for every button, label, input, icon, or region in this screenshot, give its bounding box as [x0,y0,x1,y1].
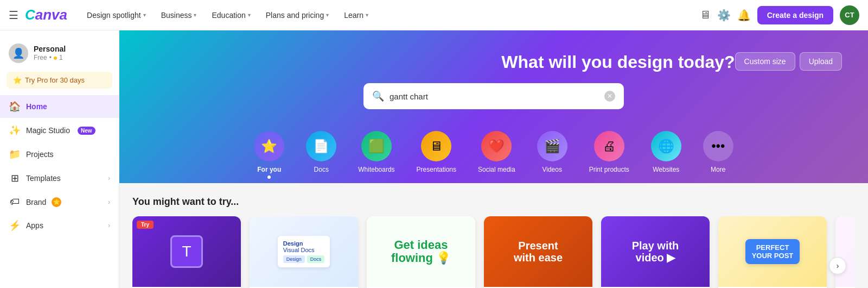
sidebar-user-sub: Free • 1 [34,54,66,62]
suggestion-card-poster_18__24_in_portrait[interactable]: ATTRACTMOREATTENTION🌸 Poster (18 × 24 in… [835,216,855,288]
docs-circle-icon: 📄 [306,131,336,161]
suggestion-card-play_with_canva[interactable]: T Try Play with Canva [132,216,241,288]
canva-logo[interactable]: Canva [25,7,67,23]
user-avatar[interactable]: CT [840,5,859,25]
hero-search-wrap: 🔍 ✕ [145,83,842,109]
magic-studio-icon: ✨ [9,124,21,136]
social-media-circle-icon: ❤️ [481,131,512,161]
topnav-item-plans-and-pricing[interactable]: Plans and pricing▾ [259,8,335,23]
chevron-down-icon: ▾ [194,12,196,18]
templates-icon: ⊞ [9,172,21,184]
sidebar-user-info: Personal Free • 1 [34,44,66,62]
hero-icon-presentations[interactable]: 🖥 Presentations [412,127,461,183]
suggestion-card-video[interactable]: Play withvideo ▶ Video [601,216,710,288]
create-design-button[interactable]: Create a design [757,6,833,24]
upload-button[interactable]: Upload [800,52,842,71]
topnav-item-design-spotlight[interactable]: Design spotlight▾ [80,8,152,23]
hero-actions: Custom size Upload [735,52,842,71]
brand-icon: 🏷 [9,196,21,208]
print-products-circle-icon: 🖨 [594,131,624,161]
suggestion-card-doc[interactable]: DesignVisual DocsDesignDocs Doc [250,216,358,288]
card-image: Play withvideo ▶ [601,216,710,287]
whiteboards-circle-icon: 🟩 [361,131,392,161]
nav-label: Business [161,11,192,20]
chevron-down-icon: ▾ [248,12,251,18]
hero-icon-for-you[interactable]: ⭐ For you [250,127,289,183]
social-media-label: Social media [478,166,515,173]
hero-top: What will you design today? Custom size … [145,52,842,83]
suggestion-card-instagram_post_square[interactable]: PERFECTYOUR POST Instagram Post (Square) [718,216,827,288]
suggestions-title: You might want to try... [132,196,855,208]
hero-icon-videos[interactable]: 🎬 Videos [533,127,572,183]
try-pro-label: Try Pro for 30 days [25,76,85,84]
sidebar-item-templates[interactable]: ⊞ Templates› [0,167,119,190]
topnav-item-learn[interactable]: Learn▾ [337,8,375,23]
topnav-right: 🖥 ⚙️ 🔔 Create a design CT [700,5,859,25]
sidebar-item-label: Templates [26,174,61,183]
sidebar-item-apps[interactable]: ⚡ Apps› [0,214,119,237]
nav-label: Education [212,11,245,20]
suggestion-card-whiteboard[interactable]: Get ideasflowing 💡 Whiteboard [367,216,475,288]
sidebar-item-brand[interactable]: 🏷 Brand⭐› [0,191,119,213]
more-label: More [711,166,725,173]
docs-label: Docs [314,166,329,173]
hero-icon-more[interactable]: ••• More [699,127,738,183]
presentations-circle-icon: 🖥 [421,131,451,161]
hero-category-icons: ⭐ For you 📄 Docs 🟩 Whiteboards 🖥 Present… [145,127,842,183]
search-input[interactable] [390,92,599,101]
sidebar-user-name: Personal [34,44,66,54]
topnav-item-business[interactable]: Business▾ [155,8,203,23]
hero-icon-print-products[interactable]: 🖨 Print products [585,127,634,183]
nav-label: Learn [344,11,363,20]
hero-icon-social-media[interactable]: ❤️ Social media [474,127,520,183]
card-image: Get ideasflowing 💡 [367,216,475,287]
custom-size-button[interactable]: Custom size [735,52,795,71]
card-image: DesignVisual DocsDesignDocs [250,216,358,287]
hero-title: What will you design today? [501,52,735,72]
sidebar-item-magic-studio[interactable]: ✨ Magic StudioNew [0,119,119,142]
videos-circle-icon: 🎬 [537,131,567,161]
suggestions-section: You might want to try... T Try Play with… [119,183,868,288]
videos-label: Videos [542,166,561,173]
topnav-item-education[interactable]: Education▾ [205,8,257,23]
suggestions-scroll: T Try Play with Canva DesignVisual DocsD… [132,216,855,288]
sidebar-nav: 🏠 Home✨ Magic StudioNew📁 Projects⊞ Templ… [0,95,119,237]
settings-icon[interactable]: ⚙️ [717,9,731,22]
scroll-right-button[interactable]: › [829,257,846,274]
notification-icon[interactable]: 🔔 [737,9,751,22]
suggestion-card-presentation_169[interactable]: Presentwith ease Presentation (16:9) [484,216,592,288]
more-circle-icon: ••• [703,131,733,161]
hero-icon-docs[interactable]: 📄 Docs [302,127,341,183]
sidebar-user-count: 1 [59,54,63,62]
monitor-icon[interactable]: 🖥 [700,9,711,21]
chevron-down-icon: ▾ [366,12,368,18]
sidebar-user-avatar: 👤 [9,43,28,63]
hero-search-bar: 🔍 ✕ [363,83,624,109]
sidebar-item-home[interactable]: 🏠 Home [0,95,119,118]
hamburger-icon[interactable]: ☰ [9,9,18,22]
search-icon: 🔍 [372,90,384,102]
sidebar-item-projects[interactable]: 📁 Projects [0,143,119,166]
whiteboards-label: Whiteboards [358,166,394,173]
presentations-label: Presentations [417,166,456,173]
home-icon: 🏠 [9,101,21,112]
print-products-label: Print products [589,166,629,173]
card-image: T Try [132,216,241,287]
user-dot-icon [54,57,57,60]
sidebar: 👤 Personal Free • 1 ⭐ Try Pro for 30 day… [0,30,119,288]
for-you-label: For you [257,166,281,173]
hero-icon-whiteboards[interactable]: 🟩 Whiteboards [354,127,399,183]
search-clear-button[interactable]: ✕ [604,91,615,102]
suggestions-container: T Try Play with Canva DesignVisual DocsD… [132,216,855,288]
card-image: Presentwith ease [484,216,592,287]
sidebar-user-section: 👤 Personal Free • 1 [0,39,119,72]
chevron-down-icon: ▾ [326,12,329,18]
hero-icon-websites[interactable]: 🌐 Websites [647,127,686,183]
top-nav-items: Design spotlight▾Business▾Education▾Plan… [80,8,693,23]
websites-circle-icon: 🌐 [651,131,681,161]
sidebar-dot-icon: • [49,54,52,62]
sidebar-item-label: Home [26,102,47,111]
app-layout: 👤 Personal Free • 1 ⭐ Try Pro for 30 day… [0,30,868,288]
chevron-down-icon: ▾ [143,12,146,18]
try-pro-button[interactable]: ⭐ Try Pro for 30 days [7,72,112,89]
